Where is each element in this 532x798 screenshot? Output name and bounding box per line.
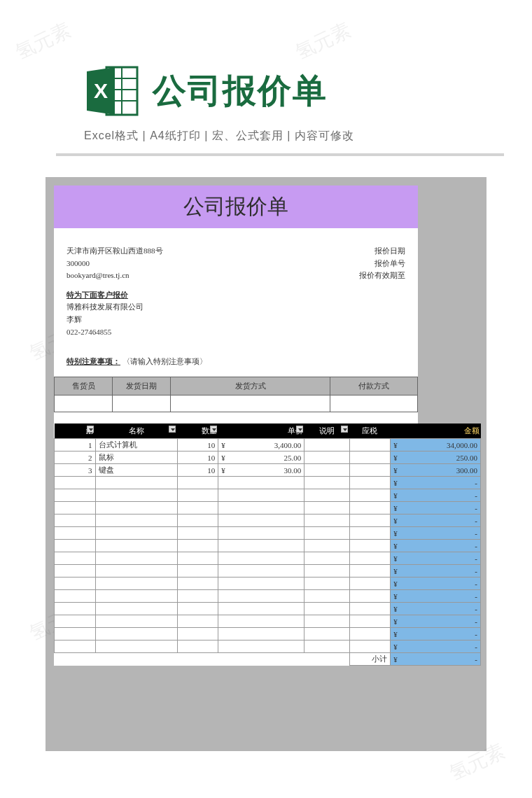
subtotal-row: 小计¥- xyxy=(55,653,481,666)
table-row: ¥- xyxy=(55,640,481,653)
table-row: ¥- xyxy=(55,590,481,603)
table-row: ¥- xyxy=(55,552,481,565)
client-contact: 李辉 xyxy=(66,314,405,326)
th-amount[interactable]: 金额 xyxy=(391,424,481,439)
table-row: ¥- xyxy=(55,527,481,540)
th-pay-method: 付款方式 xyxy=(330,377,418,396)
items-table: ID 名称 数量 单价 说明 应税 金额 1台式计算机10¥3,400.00¥3… xyxy=(54,424,481,666)
spreadsheet-preview: 公司报价单 天津市南开区鞍山西道888号 300000 bookyard@tre… xyxy=(46,177,486,751)
svg-text:X: X xyxy=(94,79,108,102)
filter-icon[interactable] xyxy=(341,426,348,433)
label-quote-no: 报价单号 xyxy=(359,258,405,270)
template-header: X 公司报价单 Excel格式 | A4纸打印 | 宏、公式套用 | 内容可修改 xyxy=(0,0,532,156)
table-row: ¥- xyxy=(55,502,481,514)
th-ship-method: 发货方式 xyxy=(171,377,330,396)
table-row: ¥- xyxy=(55,578,481,590)
page-title: 公司报价单 xyxy=(153,69,328,113)
table-row: 1台式计算机10¥3,400.00¥34,000.00 xyxy=(55,439,481,451)
table-row: ¥- xyxy=(55,565,481,578)
excel-icon: X xyxy=(84,63,140,119)
sheet-title: 公司报价单 xyxy=(54,186,418,228)
shipping-row xyxy=(55,396,418,412)
table-row: ¥- xyxy=(55,514,481,527)
page-subtitle: Excel格式 | A4纸打印 | 宏、公式套用 | 内容可修改 xyxy=(84,129,532,144)
th-qty[interactable]: 数量 xyxy=(177,424,218,439)
table-row: ¥- xyxy=(55,540,481,552)
client-name: 博雅科技发展有限公司 xyxy=(66,301,405,314)
th-tax[interactable]: 应税 xyxy=(349,424,391,439)
company-postcode: 300000 xyxy=(66,258,163,270)
client-heading: 特为下面客户报价 xyxy=(66,289,405,302)
filter-icon[interactable] xyxy=(87,426,94,433)
th-desc[interactable]: 说明 xyxy=(304,424,349,439)
th-price[interactable]: 单价 xyxy=(218,424,304,439)
th-id[interactable]: ID xyxy=(55,424,96,439)
divider xyxy=(56,153,504,156)
table-row: 2鼠标10¥25.00¥250.00 xyxy=(55,451,481,464)
notes-label: 特别注意事项： xyxy=(66,357,120,365)
filter-icon[interactable] xyxy=(169,426,176,433)
table-row: 3键盘10¥30.00¥300.00 xyxy=(55,464,481,477)
table-row: ¥- xyxy=(55,615,481,628)
label-quote-date: 报价日期 xyxy=(359,245,405,258)
filter-icon[interactable] xyxy=(296,426,303,433)
table-row: ¥- xyxy=(55,603,481,615)
table-row: ¥- xyxy=(55,477,481,489)
table-row: ¥- xyxy=(55,628,481,640)
shipping-table: 售货员 发货日期 发货方式 付款方式 xyxy=(54,377,418,412)
th-ship-date: 发货日期 xyxy=(113,377,171,396)
company-address: 天津市南开区鞍山西道888号 xyxy=(66,245,163,258)
company-email: bookyard@tres.tj.cn xyxy=(66,270,163,282)
notes-placeholder: 〈请输入特别注意事项〉 xyxy=(122,357,207,365)
label-quote-valid: 报价有效期至 xyxy=(359,270,405,282)
th-sales: 售货员 xyxy=(55,377,113,396)
table-row: ¥- xyxy=(55,489,481,502)
th-name[interactable]: 名称 xyxy=(95,424,177,439)
client-phone: 022-27464855 xyxy=(66,326,405,339)
filter-icon[interactable] xyxy=(210,426,217,433)
